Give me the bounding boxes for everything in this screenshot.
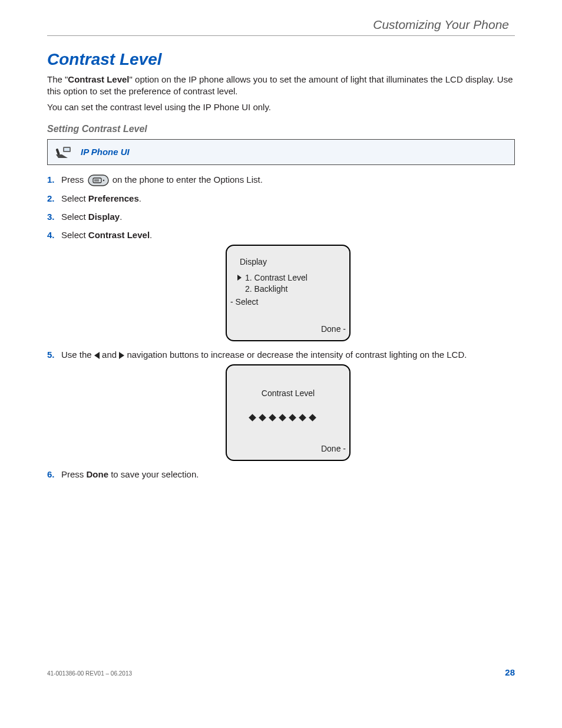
menu-display: Display xyxy=(88,212,120,222)
diamond-icon xyxy=(259,414,266,422)
diamond-icon xyxy=(289,414,296,422)
done-key: Done xyxy=(87,469,109,479)
text-fragment: Use the xyxy=(61,350,94,360)
selection-arrow-icon xyxy=(237,275,242,281)
text-fragment: . xyxy=(120,212,122,222)
nav-left-icon xyxy=(94,352,100,359)
lcd-done-softkey: Done - xyxy=(321,324,346,335)
diamond-icon xyxy=(269,414,276,422)
page-number: 28 xyxy=(505,667,515,677)
svg-rect-1 xyxy=(64,148,70,151)
step-3: Select Display. xyxy=(47,210,515,223)
menu-preferences: Preferences xyxy=(88,193,139,203)
intro-paragraph-2: You can set the contrast level using the… xyxy=(47,101,515,113)
text-fragment: and xyxy=(102,350,119,360)
step-4: Select Contrast Level. Display 1. Contra… xyxy=(47,229,515,341)
page: Customizing Your Phone Contrast Level Th… xyxy=(0,0,562,728)
lcd-title: Display xyxy=(232,256,345,268)
diamond-icon xyxy=(299,414,306,422)
text-fragment: . xyxy=(139,193,141,203)
intro-paragraph-1: The "Contrast Level" option on the IP ph… xyxy=(47,74,515,98)
step-5: Use the and navigation buttons to increa… xyxy=(47,348,515,461)
text-fragment: Select xyxy=(61,212,88,222)
doc-revision: 41-001386-00 REV01 – 06.2013 xyxy=(47,670,132,677)
steps-list: Press on the phone to enter the Options … xyxy=(47,173,515,480)
diamond-icon xyxy=(249,414,256,422)
text-fragment: Select xyxy=(61,193,88,203)
options-key-icon xyxy=(88,174,109,186)
text-fragment: Press xyxy=(61,174,87,185)
ip-phone-ui-label: IP Phone UI xyxy=(81,147,130,157)
lcd-title: Contrast Level xyxy=(232,388,345,400)
section-title: Contrast Level xyxy=(47,50,515,69)
header-rule xyxy=(47,35,515,36)
text-fragment: to save your selection. xyxy=(108,469,199,479)
page-footer: 41-001386-00 REV01 – 06.2013 28 xyxy=(47,667,515,677)
diamond-icon xyxy=(309,414,316,422)
lcd-screen-display-menu: Display 1. Contrast Level 2. Backlight -… xyxy=(226,245,351,341)
running-head: Customizing Your Phone xyxy=(47,18,515,32)
contrast-indicator xyxy=(232,413,345,422)
step-6: Press Done to save your selection. xyxy=(47,468,515,480)
lcd-menu-item-1: 1. Contrast Level xyxy=(232,272,345,283)
step-2: Select Preferences. xyxy=(47,192,515,205)
text-fragment: navigation buttons to increase or decrea… xyxy=(127,350,467,360)
ip-phone-ui-banner: IP Phone UI xyxy=(47,139,515,165)
step-1: Press on the phone to enter the Options … xyxy=(47,173,515,186)
menu-contrast-level: Contrast Level xyxy=(88,230,150,240)
lcd-menu-text: 2. Backlight xyxy=(245,284,287,294)
lcd-menu-item-2: 2. Backlight xyxy=(232,284,345,294)
diamond-icon xyxy=(279,414,286,422)
phone-icon xyxy=(55,145,72,159)
term-contrast-level: Contrast Level xyxy=(68,74,129,84)
text-fragment: Press xyxy=(61,469,87,479)
svg-point-7 xyxy=(103,180,104,181)
subsection-title: Setting Contrast Level xyxy=(47,124,515,134)
lcd-done-softkey: Done - xyxy=(321,443,346,455)
svg-rect-3 xyxy=(88,175,108,186)
lcd-select-softkey: - Select xyxy=(230,297,258,308)
text-fragment: Select xyxy=(61,230,88,240)
nav-right-icon xyxy=(119,352,124,359)
lcd-screen-contrast-level: Contrast Level Done - xyxy=(226,364,351,461)
text-fragment: The " xyxy=(47,74,68,84)
text-fragment: on the phone to enter the Options List. xyxy=(113,174,263,185)
text-fragment: . xyxy=(150,230,152,240)
svg-rect-2 xyxy=(55,148,60,155)
lcd-menu-text: 1. Contrast Level xyxy=(245,272,308,283)
